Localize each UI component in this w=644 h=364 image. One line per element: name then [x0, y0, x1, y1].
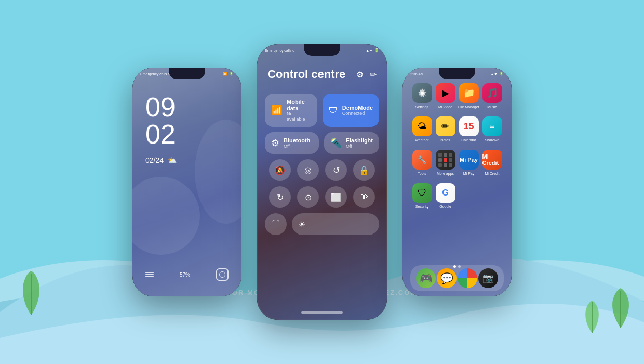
app-placeholder-2: [482, 183, 503, 209]
menu-icon[interactable]: [145, 272, 154, 277]
app-mi-pay[interactable]: Mi Pay Mi Pay: [459, 150, 479, 175]
app-music[interactable]: 🎵 Music: [482, 83, 503, 109]
bluetooth-content: Bluetooth Off: [284, 137, 310, 149]
sync-btn[interactable]: ↻: [269, 186, 291, 208]
app-more-apps[interactable]: More apps: [435, 150, 456, 175]
app-tools[interactable]: 🔧 Tools: [412, 150, 433, 175]
wave-decoration-2: [195, 120, 242, 224]
google-icon: G: [436, 183, 455, 203]
app-row-1: Settings ▶ Mi Video 📁 File Manager 🎵 Mus…: [410, 83, 504, 109]
app-google[interactable]: G Google: [435, 183, 456, 209]
brightness-slider[interactable]: [292, 213, 379, 235]
shareme-icon: ∞: [482, 116, 502, 136]
phone-center-status-text: Emergency calls o: [265, 49, 294, 53]
cc-header-icons: ⚙ ✏: [356, 70, 377, 80]
phone-left-date: 02/24 ⛅: [145, 156, 177, 164]
mobile-data-icon: 📶: [271, 105, 283, 116]
music-label: Music: [487, 105, 497, 109]
cc-row-1: 📶 Mobile data Not available 🛡 DemoMode C…: [265, 94, 379, 127]
shareme-label: ShareMe: [485, 138, 499, 142]
mi-credit-label: Mi Credit: [485, 172, 499, 175]
mobile-data-content: Mobile data Not available: [287, 99, 311, 122]
app-shareme[interactable]: ∞ ShareMe: [482, 116, 503, 142]
cc-bottom-row: ⌒: [265, 213, 379, 235]
app-mi-video[interactable]: ▶ Mi Video: [435, 83, 456, 109]
weather-icon: ⛅: [168, 156, 177, 164]
dock-camera-icon[interactable]: 📷: [478, 268, 498, 288]
bluetooth-tile[interactable]: ⚙ Bluetooth Off: [265, 132, 319, 154]
right-leaf-1: [608, 287, 634, 333]
app-settings[interactable]: Settings: [412, 83, 433, 109]
phone-left-status-icons: 📶 🔋: [223, 72, 234, 76]
control-centre-grid: 📶 Mobile data Not available 🛡 DemoMode C…: [265, 94, 379, 235]
app-row-2: 🌤 Weather ✏ Notes 15 Calendar: [410, 116, 504, 142]
wave-decoration-1: [132, 177, 200, 255]
mobile-data-title: Mobile data: [287, 99, 311, 111]
eye-btn[interactable]: 👁: [353, 186, 375, 208]
settings-icon: [412, 83, 432, 103]
battery-percentage: 57%: [180, 272, 190, 278]
flashlight-subtitle: Off: [346, 144, 373, 149]
mi-video-label: Mi Video: [438, 105, 452, 109]
calendar-label: Calendar: [461, 138, 476, 142]
app-weather[interactable]: 🌤 Weather: [412, 116, 433, 142]
screen-record-btn[interactable]: ⊙: [297, 186, 319, 208]
flashlight-title: Flashlight: [346, 137, 373, 144]
app-grid: Settings ▶ Mi Video 📁 File Manager 🎵 Mus…: [410, 83, 504, 216]
notes-icon: ✏: [436, 116, 455, 136]
app-notes[interactable]: ✏ Notes: [435, 116, 456, 142]
tools-icon: 🔧: [412, 150, 432, 170]
right-leaf-2: [582, 300, 602, 338]
home-indicator: [301, 311, 343, 314]
demo-mode-title: DemoMode: [342, 105, 373, 111]
calendar-icon: 15: [459, 116, 479, 136]
edit-icon[interactable]: ✏: [370, 70, 377, 80]
app-row-3: 🔧 Tools: [410, 150, 504, 175]
focus-mode-btn[interactable]: ◎: [297, 159, 319, 181]
more-apps-icon: [436, 150, 455, 170]
phones-container: Emergency calls only 📶 🔋 09 02 02/24 ⛅: [132, 44, 512, 320]
demo-mode-tile[interactable]: 🛡 DemoMode Connected: [323, 94, 379, 127]
file-manager-icon: 📁: [459, 83, 479, 103]
app-dock: 🎮 💬 📷: [410, 265, 504, 291]
phone-left-screen: Emergency calls only 📶 🔋 09 02 02/24 ⛅: [132, 68, 242, 296]
mi-pay-icon: Mi Pay: [459, 150, 479, 170]
security-icon: 🛡: [412, 183, 432, 203]
dock-arcade-icon[interactable]: 🎮: [416, 268, 436, 288]
dock-messages-icon[interactable]: 💬: [437, 268, 457, 288]
left-leaf: [16, 268, 47, 322]
phone-center: Emergency calls o ▲▼ 🔋 Control centre ⚙ …: [257, 44, 387, 320]
music-icon: 🎵: [482, 83, 502, 103]
mi-video-icon: ▶: [436, 83, 455, 103]
cc-icon-row-2: ↻ ⊙ ⬜ 👁: [265, 186, 379, 208]
phone-left: Emergency calls only 📶 🔋 09 02 02/24 ⛅: [132, 68, 242, 296]
phone-right-screen: 2:36 AM ▲▼ 🔋 Settings: [403, 68, 512, 296]
rotate-btn[interactable]: ↺: [325, 159, 347, 181]
app-security[interactable]: 🛡 Security: [412, 183, 433, 209]
cc-icon-row-1: 🔕 ◎ ↺ 🔒: [265, 159, 379, 181]
fullscreen-btn[interactable]: ⬜: [325, 186, 347, 208]
weather-app-icon: 🌤: [412, 116, 432, 136]
flashlight-content: Flashlight Off: [346, 137, 373, 149]
silent-mode-btn[interactable]: 🔕: [269, 159, 291, 181]
clock-hour: 09: [145, 94, 176, 121]
app-placeholder-1: [459, 183, 479, 209]
tools-label: Tools: [418, 172, 426, 175]
notes-label: Notes: [440, 138, 450, 142]
app-mi-credit[interactable]: Mi Credit Mi Credit: [482, 150, 503, 175]
vpn-btn[interactable]: ⌒: [265, 213, 287, 235]
app-calendar[interactable]: 15 Calendar: [459, 116, 479, 142]
more-apps-label: More apps: [437, 172, 454, 175]
camera-icon[interactable]: [216, 268, 229, 281]
flashlight-tile[interactable]: 🔦 Flashlight Off: [324, 132, 379, 154]
settings-icon[interactable]: ⚙: [356, 70, 364, 80]
clock-minute: 02: [145, 121, 176, 148]
phone-center-status-icons: ▲▼ 🔋: [366, 48, 379, 53]
dock-chrome-icon[interactable]: [458, 268, 477, 288]
phone-right-time: 2:36 AM: [410, 72, 424, 76]
google-label: Google: [439, 205, 451, 209]
mobile-data-tile[interactable]: 📶 Mobile data Not available: [265, 94, 317, 127]
app-file-manager[interactable]: 📁 File Manager: [459, 83, 479, 109]
lock-btn[interactable]: 🔒: [353, 159, 375, 181]
cc-row-2: ⚙ Bluetooth Off 🔦 Flashlight Off: [265, 132, 379, 154]
